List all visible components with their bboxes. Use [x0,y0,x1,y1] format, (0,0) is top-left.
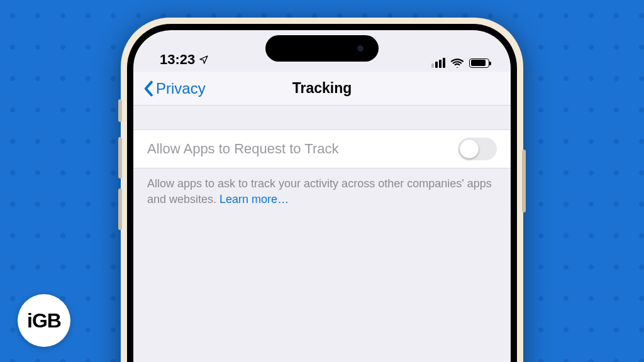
page-title: Tracking [292,80,352,97]
location-arrow-icon [199,55,209,65]
battery-fill [471,60,486,66]
back-label: Privacy [156,80,206,97]
section-spacer [133,106,511,129]
description-text: Allow apps to ask to track your activity… [147,177,492,206]
allow-tracking-row[interactable]: Allow Apps to Request to Track [133,129,511,168]
power-button [522,150,526,212]
chevron-left-icon [143,80,155,97]
volume-up-button [118,137,122,178]
screen: 13:23 [133,30,511,362]
status-right [431,58,489,68]
igb-badge: iGB [18,294,70,347]
clock: 13:23 [160,52,195,68]
phone-bezel: 13:23 [127,24,517,362]
mute-switch [118,99,122,122]
wifi-icon [450,58,464,68]
phone-frame: 13:23 [121,18,523,362]
allow-tracking-label: Allow Apps to Request to Track [147,141,339,157]
badge-text: iGB [27,309,61,332]
cellular-signal-icon [431,58,445,68]
learn-more-link[interactable]: Learn more… [219,193,289,206]
allow-tracking-toggle[interactable] [458,138,497,160]
volume-down-button [118,189,122,230]
toggle-knob [460,140,479,158]
setting-description: Allow apps to ask to track your activity… [133,168,511,215]
nav-bar: Privacy Tracking [133,72,511,106]
dynamic-island [265,35,379,62]
status-left: 13:23 [160,52,209,68]
battery-icon [469,58,489,68]
back-button[interactable]: Privacy [143,72,206,105]
